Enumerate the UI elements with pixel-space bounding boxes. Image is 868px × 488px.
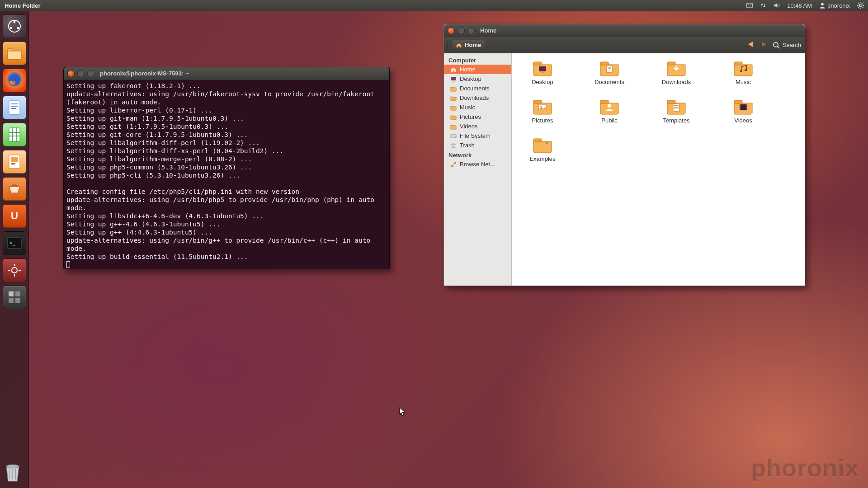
svg-point-1: [821, 3, 824, 5]
svg-rect-17: [9, 101, 20, 114]
terminal-titlebar[interactable]: phoronix@phoronix-MS-7593: ~: [64, 67, 389, 80]
svg-point-53: [454, 162, 456, 164]
sidebar-item-file-system[interactable]: File System: [444, 131, 511, 141]
folder-public-icon: [599, 98, 620, 115]
session-menu[interactable]: [854, 0, 868, 11]
file-manager-window[interactable]: Home Home Search Computer HomeDesktopDoc…: [443, 24, 805, 286]
network-menu[interactable]: [756, 0, 770, 11]
file-manager-pane[interactable]: DesktopDocumentsDownloadsMusicPicturesPu…: [512, 53, 805, 286]
sidebar-item-documents[interactable]: Documents: [444, 84, 511, 93]
libreoffice-calc-icon[interactable]: [3, 123, 26, 146]
file-item-videos[interactable]: Videos: [721, 98, 766, 124]
appmenu-title[interactable]: Home Folder: [0, 2, 40, 9]
nav-forward-button[interactable]: [760, 41, 767, 49]
terminal-window[interactable]: phoronix@phoronix-MS-7593: ~ Setting up …: [63, 67, 390, 269]
svg-point-65: [740, 70, 742, 72]
libreoffice-impress-icon[interactable]: [3, 150, 26, 174]
svg-line-8: [863, 7, 863, 8]
folder-desktop-icon: [532, 60, 553, 77]
file-manager-titlebar[interactable]: Home: [444, 24, 805, 37]
close-button[interactable]: [67, 70, 75, 77]
svg-rect-70: [600, 100, 609, 103]
file-item-music[interactable]: Music: [721, 60, 766, 85]
file-item-documents[interactable]: Documents: [587, 60, 632, 85]
folder-icon: [450, 123, 457, 130]
svg-rect-21: [9, 128, 20, 141]
file-item-label: Music: [736, 79, 751, 85]
firefox-icon[interactable]: [3, 69, 26, 92]
folder-examples-icon: [532, 136, 553, 154]
svg-point-2: [859, 4, 862, 7]
file-item-pictures[interactable]: Pictures: [520, 98, 565, 124]
sidebar-item-label: Browse Net...: [460, 161, 495, 168]
workspace-switcher-icon[interactable]: [3, 286, 26, 309]
system-settings-icon[interactable]: [3, 258, 26, 282]
terminal-output[interactable]: Setting up fakeroot (1.18.2-1) ... updat…: [64, 80, 389, 269]
sidebar-item-trash[interactable]: Trash: [444, 141, 511, 150]
breadcrumb-home[interactable]: Home: [452, 40, 485, 50]
folder-music-icon: [733, 60, 754, 77]
file-item-public[interactable]: Public: [587, 98, 632, 124]
file-item-desktop[interactable]: Desktop: [520, 60, 565, 85]
ubuntu-one-icon[interactable]: U: [3, 204, 26, 228]
launcher: U >_: [0, 11, 29, 488]
file-item-downloads[interactable]: Downloads: [654, 60, 699, 85]
desktop-icon: [450, 76, 457, 82]
svg-rect-63: [667, 62, 675, 65]
svg-rect-28: [11, 163, 15, 164]
desktop: Home Folder 10:48 AM phoronix U >_: [0, 0, 868, 488]
sidebar-item-videos[interactable]: Videos: [444, 122, 511, 131]
libreoffice-writer-icon[interactable]: [3, 96, 26, 119]
user-menu[interactable]: phoronix: [816, 0, 854, 11]
svg-rect-47: [451, 77, 456, 80]
maximize-button[interactable]: [467, 27, 475, 34]
drive-icon: [450, 133, 457, 139]
sidebar-item-label: Trash: [460, 142, 475, 149]
file-item-examples[interactable]: Examples: [520, 136, 565, 162]
folder-icon: [450, 114, 457, 120]
svg-rect-81: [533, 139, 542, 142]
minimize-button[interactable]: [458, 27, 465, 34]
svg-point-41: [6, 465, 19, 468]
sidebar-item-browse-net-[interactable]: Browse Net...: [444, 160, 511, 169]
svg-rect-77: [734, 100, 742, 103]
sidebar-item-downloads[interactable]: Downloads: [444, 93, 511, 103]
terminal-icon[interactable]: >_: [3, 231, 26, 255]
svg-text:U: U: [11, 210, 18, 221]
maximize-button[interactable]: [87, 70, 94, 77]
file-item-label: Public: [601, 117, 617, 124]
svg-point-45: [774, 42, 778, 47]
svg-line-7: [858, 3, 859, 4]
software-center-icon[interactable]: [3, 177, 26, 201]
sidebar-item-desktop[interactable]: Desktop: [444, 74, 511, 84]
svg-rect-67: [533, 100, 542, 103]
file-item-label: Templates: [663, 117, 689, 124]
nav-back-button[interactable]: [747, 41, 755, 49]
trash-icon[interactable]: [3, 462, 26, 485]
svg-line-46: [778, 47, 779, 48]
file-item-templates[interactable]: Templates: [654, 98, 699, 124]
network-updown-icon: [760, 2, 766, 9]
sidebar-item-music[interactable]: Music: [444, 103, 511, 112]
sound-menu[interactable]: [770, 0, 783, 11]
sidebar-item-home[interactable]: Home: [444, 65, 511, 74]
svg-point-71: [608, 104, 611, 108]
sidebar-item-label: Documents: [460, 85, 490, 92]
file-manager-title: Home: [480, 27, 496, 34]
svg-point-52: [451, 165, 453, 167]
search-button[interactable]: Search: [773, 42, 801, 49]
folder-icon: [450, 85, 457, 92]
close-button[interactable]: [448, 27, 455, 34]
home-icon: [456, 42, 462, 48]
minimize-button[interactable]: [77, 70, 85, 77]
svg-line-9: [858, 7, 859, 8]
clock[interactable]: 10:48 AM: [783, 0, 816, 11]
file-item-label: Desktop: [532, 79, 553, 85]
network-icon: [450, 161, 457, 168]
files-icon[interactable]: [3, 42, 26, 65]
dash-home-icon[interactable]: [3, 14, 26, 38]
svg-text:>_: >_: [9, 240, 16, 246]
svg-line-10: [863, 3, 863, 4]
sidebar-item-pictures[interactable]: Pictures: [444, 112, 511, 122]
messaging-menu[interactable]: [743, 0, 756, 11]
